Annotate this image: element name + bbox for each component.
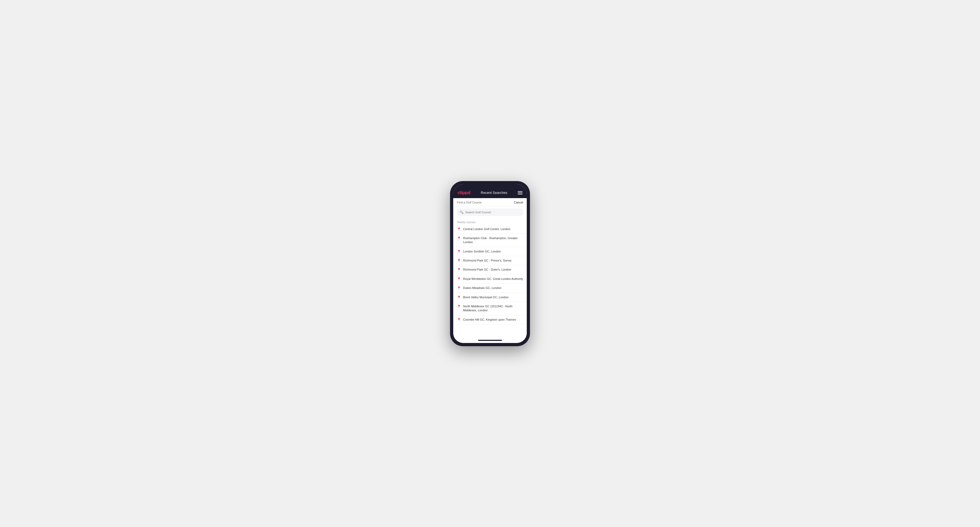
list-item[interactable]: 📍 Richmond Park GC - Prince's, Surrey [453,256,527,265]
pin-icon: 📍 [457,268,461,271]
pin-icon: 📍 [457,227,461,231]
find-header: Find a Golf Course Cancel [453,198,527,206]
list-item[interactable]: 📍 North Middlesex GC (1011942 - North Mi… [453,302,527,315]
pin-icon: 📍 [457,237,461,240]
search-input[interactable] [465,211,520,214]
home-indicator [453,338,527,343]
course-name: Central London Golf Centre, London [463,227,510,231]
pin-icon: 📍 [457,277,461,281]
course-name: Coombe Hill GC, Kingston upon Thames [463,318,516,322]
course-name: Royal Wimbledon GC, Great London Authori… [463,277,523,281]
course-name: North Middlesex GC (1011942 - North Midd… [463,305,523,313]
pin-icon: 📍 [457,318,461,322]
list-item[interactable]: 📍 Central London Golf Centre, London [453,225,527,234]
course-name: Brent Valley Municipal GC, London [463,295,508,299]
cancel-button[interactable]: Cancel [514,201,523,204]
status-bar [453,184,527,188]
nearby-label: Nearby courses [453,219,527,225]
app-logo: clippd [458,190,470,195]
list-item[interactable]: 📍 London Scottish GC, London [453,247,527,256]
search-container: 🔍 [453,206,527,219]
course-name: London Scottish GC, London [463,249,501,254]
pin-icon: 📍 [457,259,461,263]
pin-icon: 📍 [457,305,461,308]
pin-icon: 📍 [457,286,461,290]
find-label: Find a Golf Course [457,201,482,204]
list-item[interactable]: 📍 Brent Valley Municipal GC, London [453,293,527,302]
search-icon: 🔍 [460,210,464,214]
course-name: Roehampton Club - Roehampton, Greater Lo… [463,236,523,244]
home-bar [478,340,502,341]
list-item[interactable]: 📍 Royal Wimbledon GC, Great London Autho… [453,275,527,284]
phone-screen: clippd Recent Searches Find a Golf Cours… [453,184,527,343]
app-header: clippd Recent Searches [453,188,527,198]
list-item[interactable]: 📍 Roehampton Club - Roehampton, Greater … [453,234,527,247]
course-name: Dukes Meadows GC, London [463,286,501,290]
search-box: 🔍 [457,208,523,216]
pin-icon: 📍 [457,250,461,254]
list-item[interactable]: 📍 Dukes Meadows GC, London [453,284,527,293]
phone-frame: clippd Recent Searches Find a Golf Cours… [450,181,530,346]
pin-icon: 📍 [457,295,461,299]
course-name: Richmond Park GC - Duke's, London [463,268,511,271]
list-item[interactable]: 📍 Richmond Park GC - Duke's, London [453,265,527,274]
course-name: Richmond Park GC - Prince's, Surrey [463,259,512,263]
list-item[interactable]: 📍 Coombe Hill GC, Kingston upon Thames [453,315,527,324]
menu-icon[interactable] [518,191,522,194]
nearby-section: Nearby courses 📍 Central London Golf Cen… [453,219,527,338]
page-title: Recent Searches [480,190,508,195]
